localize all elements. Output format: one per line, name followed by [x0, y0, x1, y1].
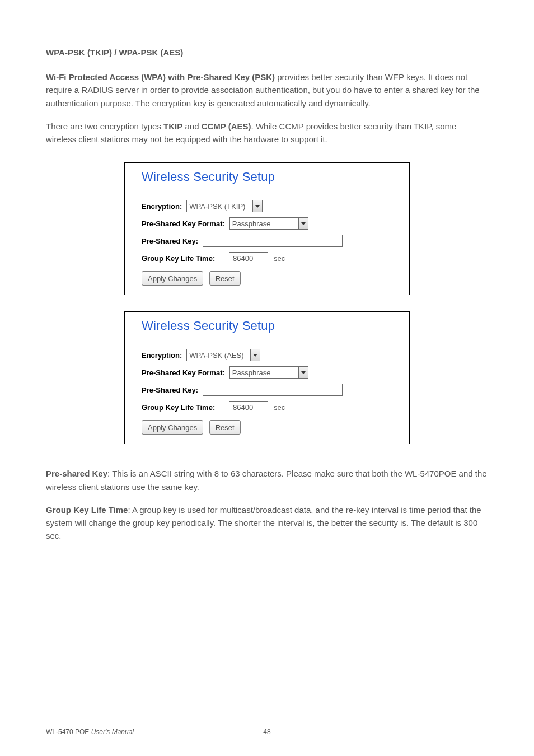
psk-format-value: Passphrase: [229, 217, 299, 230]
apply-changes-button[interactable]: Apply Changes: [142, 420, 203, 435]
footer-product: WL-5470 POE: [46, 728, 91, 736]
page-footer: WL-5470 POE User's Manual 48: [46, 728, 488, 736]
panel-title: Wireless Security Setup: [142, 170, 398, 184]
label-psk: Pre-Shared Key:: [142, 237, 198, 245]
dropdown-icon[interactable]: [298, 217, 308, 230]
wireless-security-panel-tkip: Wireless Security Setup Encryption: WPA-…: [124, 162, 410, 295]
unit-sec: sec: [274, 254, 285, 263]
button-row: Apply Changes Reset: [142, 271, 398, 286]
psk-format-select[interactable]: Passphrase: [229, 217, 308, 230]
intro-paragraph-1: Wi-Fi Protected Access (WPA) with Pre-Sh…: [46, 71, 488, 110]
encryption-select-value: WPA-PSK (AES): [186, 349, 250, 361]
section-heading: WPA-PSK (TKIP) / WPA-PSK (AES): [46, 48, 488, 57]
psk-input[interactable]: [203, 384, 343, 396]
panel-wrap-2: Wireless Security Setup Encryption: WPA-…: [46, 311, 488, 458]
row-group-key: Group Key Life Time: 86400 sec: [142, 401, 398, 413]
unit-sec: sec: [274, 403, 285, 412]
label-psk-format: Pre-Shared Key Format:: [142, 368, 225, 377]
psk-desc-bold: Pre-shared Key: [46, 469, 107, 478]
psk-format-select[interactable]: Passphrase: [229, 366, 308, 379]
p2-mid: and: [182, 122, 201, 131]
footer-manual: User's Manual: [91, 728, 134, 736]
psk-description: Pre-shared Key: This is an ASCII string …: [46, 467, 488, 493]
intro-bold-wpa-psk: Wi-Fi Protected Access (WPA) with Pre-Sh…: [46, 72, 275, 82]
label-encryption: Encryption:: [142, 351, 182, 360]
group-key-input[interactable]: 86400: [229, 401, 268, 413]
dropdown-icon[interactable]: [298, 366, 308, 379]
row-psk: Pre-Shared Key:: [142, 384, 398, 396]
p2a: There are two encryption types: [46, 122, 163, 131]
encryption-select[interactable]: WPA-PSK (AES): [186, 349, 260, 361]
row-psk-format: Pre-Shared Key Format: Passphrase: [142, 217, 398, 230]
encryption-select-value: WPA-PSK (TKIP): [186, 200, 252, 212]
row-encryption: Encryption: WPA-PSK (TKIP): [142, 200, 398, 212]
label-group-key: Group Key Life Time:: [142, 403, 224, 412]
psk-input[interactable]: [203, 235, 343, 247]
psk-format-value: Passphrase: [229, 366, 299, 379]
label-psk-format: Pre-Shared Key Format:: [142, 220, 225, 228]
wireless-security-panel-aes: Wireless Security Setup Encryption: WPA-…: [124, 311, 410, 444]
dropdown-icon[interactable]: [252, 200, 263, 212]
panel-wrap-1: Wireless Security Setup Encryption: WPA-…: [46, 162, 488, 309]
panel-title: Wireless Security Setup: [142, 319, 398, 333]
dropdown-icon[interactable]: [250, 349, 260, 361]
page-number: 48: [263, 728, 270, 736]
group-key-input[interactable]: 86400: [229, 252, 268, 264]
p2-tkip: TKIP: [163, 122, 182, 131]
chevron-down-icon: [301, 371, 306, 374]
label-group-key: Group Key Life Time:: [142, 254, 224, 263]
row-group-key: Group Key Life Time: 86400 sec: [142, 252, 398, 264]
intro-paragraph-2: There are two encryption types TKIP and …: [46, 120, 488, 146]
row-psk-format: Pre-Shared Key Format: Passphrase: [142, 366, 398, 379]
encryption-select[interactable]: WPA-PSK (TKIP): [186, 200, 263, 212]
psk-desc-rest: : This is an ASCII string with 8 to 63 c…: [46, 469, 487, 491]
footer-left: WL-5470 POE User's Manual: [46, 728, 134, 736]
reset-button[interactable]: Reset: [209, 271, 241, 286]
row-psk: Pre-Shared Key:: [142, 235, 398, 247]
chevron-down-icon: [253, 354, 257, 357]
gk-desc-bold: Group Key Life Time: [46, 505, 128, 515]
chevron-down-icon: [255, 205, 260, 208]
page: WPA-PSK (TKIP) / WPA-PSK (AES) Wi-Fi Pro…: [0, 0, 534, 756]
apply-changes-button[interactable]: Apply Changes: [142, 271, 203, 286]
row-encryption: Encryption: WPA-PSK (AES): [142, 349, 398, 361]
button-row: Apply Changes Reset: [142, 420, 398, 435]
reset-button[interactable]: Reset: [209, 420, 241, 435]
p2-ccmp: CCMP (AES): [202, 122, 251, 131]
chevron-down-icon: [301, 222, 306, 225]
label-encryption: Encryption:: [142, 202, 182, 211]
group-key-description: Group Key Life Time: A group key is used…: [46, 503, 488, 543]
label-psk: Pre-Shared Key:: [142, 386, 198, 394]
